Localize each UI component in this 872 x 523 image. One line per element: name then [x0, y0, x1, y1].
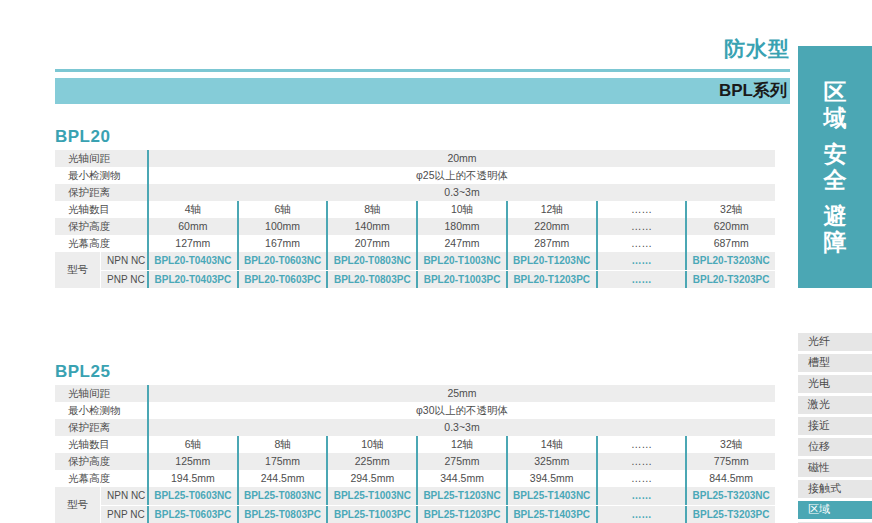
banner-char: 区 — [824, 79, 847, 105]
model-number: BPL25-T1403NC — [506, 487, 596, 505]
spec-label: 保护距离 — [55, 419, 147, 436]
banner-char: 避 — [824, 203, 847, 229]
sidebar-item-laser[interactable]: 激光 — [798, 396, 872, 414]
model-number: BPL20-T1203NC — [506, 252, 596, 270]
model-number: BPL25-T3203PC — [685, 506, 775, 523]
product-title: BPL20 — [55, 128, 775, 145]
spec-value: φ30以上的不透明体 — [147, 402, 775, 419]
spec-value: 6轴 — [147, 436, 237, 453]
model-number: BPL25-T0803PC — [237, 506, 327, 523]
model-label: 型号 — [55, 487, 100, 523]
spec-value: 8轴 — [326, 201, 416, 218]
model-number: BPL20-T3203NC — [685, 252, 775, 270]
model-row-pnp: PNP NC BPL20-T0403PC BPL20-T0603PC BPL20… — [100, 270, 775, 288]
spec-row: 保护距离 0.3~3m — [55, 184, 775, 201]
spec-value: 12轴 — [506, 201, 596, 218]
model-number: BPL20-T0603NC — [237, 252, 327, 270]
spec-row: 光幕高度 127mm 167mm 207mm 247mm 287mm …… 68… — [55, 235, 775, 252]
spec-value: 10轴 — [416, 201, 506, 218]
model-number: …… — [596, 487, 686, 505]
spec-value: …… — [596, 201, 686, 218]
spec-value: 194.5mm — [147, 470, 237, 487]
spec-label: 光轴数目 — [55, 436, 147, 453]
spec-value: 32轴 — [685, 201, 775, 218]
spec-value: 220mm — [506, 218, 596, 235]
series-label: BPL系列 — [719, 81, 787, 100]
spec-value: 20mm — [147, 150, 775, 167]
spec-row: 最小检测物 φ30以上的不透明体 — [55, 402, 775, 419]
spec-table-bpl20: 光轴间距 20mm 最小检测物 φ25以上的不透明体 保护距离 0.3~3m 光… — [55, 150, 775, 288]
spec-value: 247mm — [416, 235, 506, 252]
product-section-bpl25: BPL25 光轴间距 25mm 最小检测物 φ30以上的不透明体 保护距离 0.… — [55, 363, 775, 523]
spec-value: 100mm — [237, 218, 327, 235]
sidebar-item-magnetic[interactable]: 磁性 — [798, 459, 872, 477]
spec-label: 保护高度 — [55, 453, 147, 470]
sidebar-item-slot[interactable]: 槽型 — [798, 354, 872, 372]
spec-label: 光幕高度 — [55, 235, 147, 252]
model-number: BPL20-T0403PC — [147, 271, 237, 288]
model-row-pnp: PNP NC BPL25-T0603PC BPL25-T0803PC BPL25… — [100, 505, 775, 523]
spec-value: 394.5mm — [506, 470, 596, 487]
sidebar-item-proximity[interactable]: 接近 — [798, 417, 872, 435]
spec-label: 光轴间距 — [55, 385, 147, 402]
spec-value: 0.3~3m — [147, 419, 775, 436]
spec-value: 325mm — [506, 453, 596, 470]
series-bar: BPL系列 — [55, 78, 790, 104]
model-number: BPL25-T0603PC — [147, 506, 237, 523]
spec-value: 225mm — [326, 453, 416, 470]
model-variant-label: NPN NC — [100, 252, 147, 270]
spec-value: 140mm — [326, 218, 416, 235]
banner-char: 域 — [824, 105, 847, 131]
spec-value: 32轴 — [685, 436, 775, 453]
spec-value: …… — [596, 436, 686, 453]
sidebar-item-fiber[interactable]: 光纤 — [798, 333, 872, 351]
spec-value: 207mm — [326, 235, 416, 252]
model-number: BPL20-T1003NC — [416, 252, 506, 270]
sidebar-item-area[interactable]: 区域 — [798, 501, 872, 519]
model-number: BPL25-T3203NC — [685, 487, 775, 505]
spec-value: 8轴 — [237, 436, 327, 453]
spec-value: 275mm — [416, 453, 506, 470]
spec-value: 25mm — [147, 385, 775, 402]
category-banner: 区 域 安 全 避 障 — [798, 46, 872, 288]
model-number: BPL20-T0803NC — [326, 252, 416, 270]
model-number: BPL20-T3203PC — [685, 271, 775, 288]
spec-value: 687mm — [685, 235, 775, 252]
spec-value: 127mm — [147, 235, 237, 252]
spec-row: 光轴数目 6轴 8轴 10轴 12轴 14轴 …… 32轴 — [55, 436, 775, 453]
spec-label: 光幕高度 — [55, 470, 147, 487]
product-section-bpl20: BPL20 光轴间距 20mm 最小检测物 φ25以上的不透明体 保护距离 0.… — [55, 128, 775, 288]
banner-char: 全 — [824, 167, 847, 193]
banner-char: 安 — [824, 141, 847, 167]
spec-label: 最小检测物 — [55, 402, 147, 419]
model-number: …… — [596, 252, 686, 270]
spec-value: 10轴 — [326, 436, 416, 453]
spec-value: 12轴 — [416, 436, 506, 453]
spec-value: 4轴 — [147, 201, 237, 218]
spec-row: 保护高度 125mm 175mm 225mm 275mm 325mm …… 77… — [55, 453, 775, 470]
spec-table-bpl25: 光轴间距 25mm 最小检测物 φ30以上的不透明体 保护距离 0.3~3m 光… — [55, 385, 775, 523]
model-number: BPL20-T0403NC — [147, 252, 237, 270]
spec-row: 最小检测物 φ25以上的不透明体 — [55, 167, 775, 184]
spec-value: 294.5mm — [326, 470, 416, 487]
model-number: BPL25-T1203PC — [416, 506, 506, 523]
spec-label: 光轴间距 — [55, 150, 147, 167]
spec-row: 光幕高度 194.5mm 244.5mm 294.5mm 344.5mm 394… — [55, 470, 775, 487]
sidebar-item-photoelectric[interactable]: 光电 — [798, 375, 872, 393]
spec-value: 620mm — [685, 218, 775, 235]
sidebar-item-displacement[interactable]: 位移 — [798, 438, 872, 456]
sidebar-item-contact[interactable]: 接触式 — [798, 480, 872, 498]
spec-row: 光轴间距 25mm — [55, 385, 775, 402]
spec-label: 光轴数目 — [55, 201, 147, 218]
model-number: BPL25-T1003PC — [326, 506, 416, 523]
model-rows: NPN NC BPL25-T0603NC BPL25-T0803NC BPL25… — [100, 487, 775, 523]
spec-label: 最小检测物 — [55, 167, 147, 184]
model-row-npn: NPN NC BPL20-T0403NC BPL20-T0603NC BPL20… — [100, 252, 775, 270]
model-label: 型号 — [55, 252, 100, 288]
model-group: 型号 NPN NC BPL20-T0403NC BPL20-T0603NC BP… — [55, 252, 775, 288]
model-number: …… — [596, 506, 686, 523]
model-number: BPL20-T1003PC — [416, 271, 506, 288]
spec-value: 60mm — [147, 218, 237, 235]
spec-value: …… — [596, 470, 686, 487]
spec-value: 844.5mm — [685, 470, 775, 487]
